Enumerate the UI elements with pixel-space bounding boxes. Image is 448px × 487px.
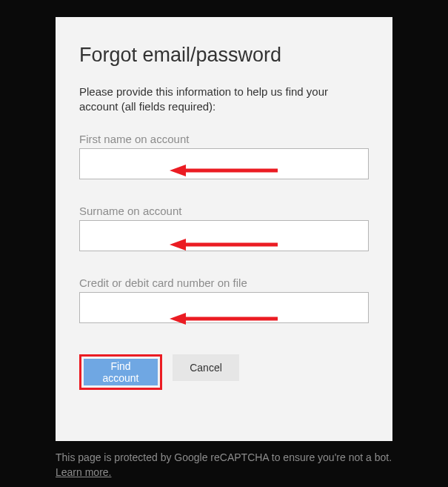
cancel-button[interactable]: Cancel	[173, 354, 239, 381]
surname-input[interactable]	[79, 220, 369, 251]
recaptcha-text: This page is protected by Google reCAPTC…	[56, 451, 392, 463]
button-row: Find account Cancel	[79, 354, 369, 390]
recaptcha-footer: This page is protected by Google reCAPTC…	[56, 451, 396, 480]
surname-field-group: Surname on account	[79, 205, 369, 251]
card-input[interactable]	[79, 292, 369, 323]
page-title: Forgot email/password	[79, 44, 369, 67]
firstname-label: First name on account	[79, 133, 369, 145]
find-account-button[interactable]: Find account	[84, 359, 158, 385]
firstname-input[interactable]	[79, 148, 369, 179]
firstname-field-group: First name on account	[79, 133, 369, 179]
surname-label: Surname on account	[79, 205, 369, 217]
find-account-highlight: Find account	[79, 354, 162, 390]
card-field-group: Credit or debit card number on file	[79, 276, 369, 323]
page-subtitle: Please provide this information to help …	[79, 85, 369, 115]
card-label: Credit or debit card number on file	[79, 276, 369, 289]
learn-more-link[interactable]: Learn more.	[56, 466, 111, 478]
forgot-password-panel: Forgot email/password Please provide thi…	[56, 17, 392, 441]
